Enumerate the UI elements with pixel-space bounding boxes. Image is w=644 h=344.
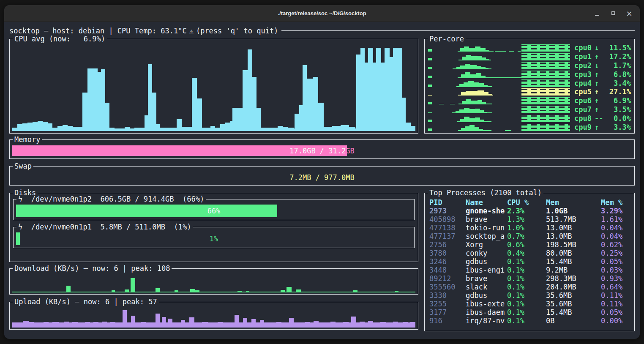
proc-name: Xorg xyxy=(466,240,507,249)
sparkline-bar xyxy=(464,82,468,87)
chart-bar xyxy=(156,124,160,131)
proc-name: gdbus xyxy=(466,257,507,266)
chart-bar xyxy=(156,314,160,328)
chart-bar xyxy=(145,115,148,131)
cpu-usage-value: 6.8% xyxy=(601,70,631,79)
proc-pid: 916 xyxy=(429,317,466,325)
sparkline-bar xyxy=(466,99,471,104)
cpu-label: cpu9↑3.3% xyxy=(574,123,631,131)
disk-nvme0n1p2-title: ϟ /dev/nvme0n1p2 606.5GB / 914.4GB (66%) xyxy=(16,195,206,203)
proc-mem: 204.0MB xyxy=(546,283,601,291)
sparkline-bar xyxy=(478,100,482,104)
proc-name: brave xyxy=(466,274,507,283)
chart-bar xyxy=(295,114,300,131)
chart-bar xyxy=(225,123,230,131)
sparkline-bar xyxy=(480,120,484,122)
sparkline-bar xyxy=(479,83,484,87)
maximize-button[interactable] xyxy=(608,8,619,19)
proc-mem-pct: 0.00% xyxy=(601,317,632,325)
cpu-avg-panel: CPU avg (now: 6.9%) xyxy=(9,39,418,134)
chart-bar xyxy=(376,48,381,131)
proc-pid: 3177 xyxy=(429,308,466,317)
chart-bar xyxy=(289,318,294,328)
proc-name: slack xyxy=(466,283,507,291)
column-header: Name xyxy=(466,198,507,207)
sparkline-bar xyxy=(475,117,480,122)
proc-name: tokio-run xyxy=(466,224,507,232)
percore-row-cpu6: cpu6↑6.9% xyxy=(428,96,631,105)
chart-bar xyxy=(243,318,247,328)
chart-bar xyxy=(365,63,368,131)
terminal-content: socktop — host: debian | CPU Temp: 63.1°… xyxy=(4,22,640,339)
percore-row-cpu8: cpu8--0.0% xyxy=(428,114,631,123)
sparkline-bar xyxy=(428,102,432,105)
sparkline-bar xyxy=(482,57,486,60)
chart-bar xyxy=(162,317,166,328)
chart-bar xyxy=(237,291,242,292)
sparkline-bar xyxy=(474,82,479,87)
proc-cpu: 0.1% xyxy=(507,283,546,291)
proc-cpu: 1.3% xyxy=(507,215,546,224)
chart-bar xyxy=(182,127,192,131)
chart-bar xyxy=(189,317,194,328)
percore-panel: Per-core cpu0↓11.5%cpu1↑17.2%cpu2↓1.7%cp… xyxy=(424,39,635,134)
warning-icon: ⚠ xyxy=(189,27,194,35)
cpu-label: cpu2↓1.7% xyxy=(574,61,631,70)
window-titlebar[interactable]: ./target/release/soc ~/D/G/socktop × xyxy=(4,5,640,22)
proc-mem: 80.0MB xyxy=(546,249,601,257)
chart-bar xyxy=(368,321,373,328)
proc-mem: 15.4MB xyxy=(546,308,601,317)
column-header: PID xyxy=(429,198,466,207)
minimize-button[interactable] xyxy=(592,8,603,19)
memory-gauge: 17.0GB / 31.2GB xyxy=(12,145,632,156)
sparkline-bar xyxy=(477,66,481,69)
download-panel: Download (KB/s) — now: 6 | peak: 108 xyxy=(9,268,418,295)
sparkline-bar xyxy=(468,81,474,87)
proc-mem-pct: 0.11% xyxy=(601,300,632,308)
sparkline-bar xyxy=(486,68,488,69)
chart-bar xyxy=(87,68,98,131)
sparkline-bar xyxy=(475,46,480,52)
chart-bar xyxy=(261,128,278,131)
chart-bar xyxy=(281,290,285,292)
chart-bar xyxy=(349,127,355,131)
chart-bar xyxy=(393,48,402,131)
chart-bar xyxy=(152,93,156,131)
proc-mem: 13.0MB xyxy=(546,224,601,232)
close-button[interactable]: × xyxy=(624,8,635,19)
proc-mem-pct: 0.03% xyxy=(601,266,632,274)
cpu-sparkline xyxy=(428,44,570,52)
proc-pid: 477137 xyxy=(429,232,466,240)
sparkline-bar xyxy=(481,76,485,78)
sparkline-bar xyxy=(456,111,459,113)
cpu-label: cpu6↑6.9% xyxy=(574,96,631,105)
cpu-sparkline xyxy=(428,114,570,123)
cpu-trend-arrow-icon: ↑ xyxy=(595,123,599,131)
proc-mem-pct: 0.64% xyxy=(601,283,632,291)
sparkline-bar xyxy=(464,117,469,122)
sparkline-block xyxy=(521,106,570,113)
percore-row-cpu1: cpu1↑17.2% xyxy=(428,52,631,61)
sparkline-bar xyxy=(461,92,466,96)
chart-bar xyxy=(343,322,349,328)
proc-cpu: 2.3% xyxy=(507,207,546,215)
sparkline-bar xyxy=(484,92,488,96)
proc-pid: 2756 xyxy=(429,240,466,249)
disk-nvme0n1p1-pct: 1% xyxy=(16,232,412,245)
sparkline-bar xyxy=(460,66,465,69)
window-controls: × xyxy=(592,5,635,22)
chart-bar xyxy=(381,63,385,131)
cpu-label: cpu4↑3.4% xyxy=(574,79,631,87)
chart-bar xyxy=(356,55,360,131)
chart-bar xyxy=(341,125,349,131)
disk-nvme0n1p2-label: /dev/nvme0n1p2 606.5GB / 914.4GB (66%) xyxy=(31,195,204,203)
chart-bar xyxy=(101,69,105,131)
chart-bar xyxy=(27,123,33,131)
chart-bar xyxy=(17,124,22,131)
sparkline-bar xyxy=(450,104,455,104)
chart-bar xyxy=(305,322,310,328)
cpu-label: cpu3↑6.8% xyxy=(574,70,631,79)
chart-bar xyxy=(403,322,408,328)
memory-gauge-label: 17.0GB / 31.2GB xyxy=(12,145,632,156)
maximize-icon xyxy=(611,11,615,15)
